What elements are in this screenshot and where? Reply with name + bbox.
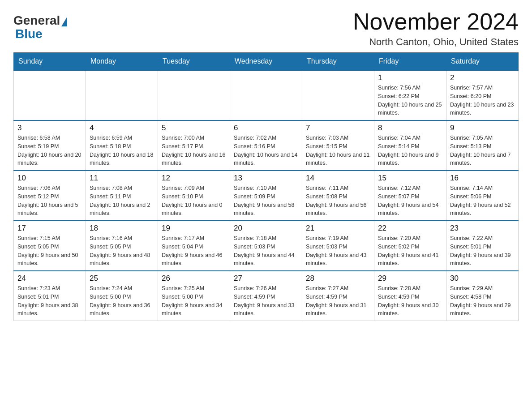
calendar-cell: 12Sunrise: 7:09 AMSunset: 5:10 PMDayligh… xyxy=(158,171,230,221)
day-number: 24 xyxy=(17,274,82,283)
day-number: 14 xyxy=(306,174,370,183)
week-row-5: 24Sunrise: 7:23 AMSunset: 5:01 PMDayligh… xyxy=(14,271,519,321)
day-number: 17 xyxy=(17,224,82,233)
day-number: 2 xyxy=(450,73,515,82)
logo-triangle-icon xyxy=(61,17,67,26)
calendar-cell xyxy=(230,70,302,120)
day-info: Sunrise: 7:03 AMSunset: 5:15 PMDaylight:… xyxy=(306,134,370,167)
calendar-cell: 13Sunrise: 7:10 AMSunset: 5:09 PMDayligh… xyxy=(230,171,302,221)
day-info: Sunrise: 7:23 AMSunset: 5:01 PMDaylight:… xyxy=(17,284,82,318)
day-info: Sunrise: 7:05 AMSunset: 5:13 PMDaylight:… xyxy=(450,134,515,167)
day-number: 28 xyxy=(306,274,370,283)
day-info: Sunrise: 7:10 AMSunset: 5:09 PMDaylight:… xyxy=(234,184,298,218)
day-info: Sunrise: 7:14 AMSunset: 5:06 PMDaylight:… xyxy=(450,184,515,218)
day-number: 16 xyxy=(450,174,515,183)
day-number: 30 xyxy=(450,274,515,283)
day-info: Sunrise: 7:20 AMSunset: 5:02 PMDaylight:… xyxy=(378,234,442,268)
week-row-4: 17Sunrise: 7:15 AMSunset: 5:05 PMDayligh… xyxy=(14,221,519,271)
day-info: Sunrise: 7:12 AMSunset: 5:07 PMDaylight:… xyxy=(378,184,442,218)
calendar-cell: 19Sunrise: 7:17 AMSunset: 5:04 PMDayligh… xyxy=(158,221,230,271)
day-info: Sunrise: 7:08 AMSunset: 5:11 PMDaylight:… xyxy=(90,184,154,218)
day-number: 21 xyxy=(306,224,370,233)
day-number: 5 xyxy=(162,124,226,133)
logo-blue-text: Blue xyxy=(13,27,43,41)
day-info: Sunrise: 7:06 AMSunset: 5:12 PMDaylight:… xyxy=(17,184,82,218)
day-number: 4 xyxy=(90,124,154,133)
day-info: Sunrise: 7:19 AMSunset: 5:03 PMDaylight:… xyxy=(306,234,370,268)
calendar-header-row: SundayMondayTuesdayWednesdayThursdayFrid… xyxy=(14,53,519,71)
page-header: General Blue November 2024 North Canton,… xyxy=(13,9,519,48)
calendar-cell xyxy=(14,70,86,120)
day-info: Sunrise: 6:58 AMSunset: 5:19 PMDaylight:… xyxy=(17,134,82,167)
calendar-cell: 11Sunrise: 7:08 AMSunset: 5:11 PMDayligh… xyxy=(86,171,158,221)
logo: General Blue xyxy=(13,13,67,41)
calendar-cell: 9Sunrise: 7:05 AMSunset: 5:13 PMDaylight… xyxy=(446,120,519,171)
day-info: Sunrise: 7:02 AMSunset: 5:16 PMDaylight:… xyxy=(234,134,298,167)
day-number: 19 xyxy=(162,224,226,233)
day-number: 6 xyxy=(234,124,298,133)
calendar-cell: 8Sunrise: 7:04 AMSunset: 5:14 PMDaylight… xyxy=(374,120,446,171)
calendar-cell: 28Sunrise: 7:27 AMSunset: 4:59 PMDayligh… xyxy=(302,271,374,321)
calendar-cell: 23Sunrise: 7:22 AMSunset: 5:01 PMDayligh… xyxy=(446,221,519,271)
day-number: 3 xyxy=(17,124,82,133)
calendar-cell: 18Sunrise: 7:16 AMSunset: 5:05 PMDayligh… xyxy=(86,221,158,271)
calendar-cell: 20Sunrise: 7:18 AMSunset: 5:03 PMDayligh… xyxy=(230,221,302,271)
calendar-cell: 2Sunrise: 7:57 AMSunset: 6:20 PMDaylight… xyxy=(446,70,519,120)
day-info: Sunrise: 7:26 AMSunset: 4:59 PMDaylight:… xyxy=(234,284,298,318)
day-number: 27 xyxy=(234,274,298,283)
week-row-3: 10Sunrise: 7:06 AMSunset: 5:12 PMDayligh… xyxy=(14,171,519,221)
day-number: 15 xyxy=(378,174,442,183)
day-number: 1 xyxy=(378,73,442,82)
day-info: Sunrise: 7:27 AMSunset: 4:59 PMDaylight:… xyxy=(306,284,370,318)
day-info: Sunrise: 7:15 AMSunset: 5:05 PMDaylight:… xyxy=(17,234,82,268)
calendar-cell: 17Sunrise: 7:15 AMSunset: 5:05 PMDayligh… xyxy=(14,221,86,271)
calendar-cell: 26Sunrise: 7:25 AMSunset: 5:00 PMDayligh… xyxy=(158,271,230,321)
day-info: Sunrise: 7:24 AMSunset: 5:00 PMDaylight:… xyxy=(90,284,154,318)
calendar-day-header-sunday: Sunday xyxy=(14,53,86,71)
calendar-day-header-tuesday: Tuesday xyxy=(158,53,230,71)
day-number: 10 xyxy=(17,174,82,183)
day-number: 20 xyxy=(234,224,298,233)
day-info: Sunrise: 7:57 AMSunset: 6:20 PMDaylight:… xyxy=(450,84,515,117)
day-number: 13 xyxy=(234,174,298,183)
calendar-cell: 14Sunrise: 7:11 AMSunset: 5:08 PMDayligh… xyxy=(302,171,374,221)
calendar-cell: 7Sunrise: 7:03 AMSunset: 5:15 PMDaylight… xyxy=(302,120,374,171)
calendar-table: SundayMondayTuesdayWednesdayThursdayFrid… xyxy=(13,52,519,321)
day-number: 8 xyxy=(378,124,442,133)
day-number: 22 xyxy=(378,224,442,233)
day-number: 29 xyxy=(378,274,442,283)
calendar-cell: 4Sunrise: 6:59 AMSunset: 5:18 PMDaylight… xyxy=(86,120,158,171)
calendar-day-header-monday: Monday xyxy=(86,53,158,71)
day-info: Sunrise: 7:04 AMSunset: 5:14 PMDaylight:… xyxy=(378,134,442,167)
day-info: Sunrise: 7:11 AMSunset: 5:08 PMDaylight:… xyxy=(306,184,370,218)
title-section: November 2024 North Canton, Ohio, United… xyxy=(353,9,519,48)
logo-general-text: General xyxy=(13,13,60,28)
calendar-cell: 22Sunrise: 7:20 AMSunset: 5:02 PMDayligh… xyxy=(374,221,446,271)
calendar-cell: 29Sunrise: 7:28 AMSunset: 4:59 PMDayligh… xyxy=(374,271,446,321)
day-number: 7 xyxy=(306,124,370,133)
day-info: Sunrise: 7:25 AMSunset: 5:00 PMDaylight:… xyxy=(162,284,226,318)
calendar-cell: 3Sunrise: 6:58 AMSunset: 5:19 PMDaylight… xyxy=(14,120,86,171)
day-info: Sunrise: 7:16 AMSunset: 5:05 PMDaylight:… xyxy=(90,234,154,268)
week-row-2: 3Sunrise: 6:58 AMSunset: 5:19 PMDaylight… xyxy=(14,120,519,171)
calendar-cell: 1Sunrise: 7:56 AMSunset: 6:22 PMDaylight… xyxy=(374,70,446,120)
location-text: North Canton, Ohio, United States xyxy=(353,36,519,48)
day-info: Sunrise: 7:00 AMSunset: 5:17 PMDaylight:… xyxy=(162,134,226,167)
calendar-cell xyxy=(86,70,158,120)
calendar-cell: 21Sunrise: 7:19 AMSunset: 5:03 PMDayligh… xyxy=(302,221,374,271)
day-info: Sunrise: 7:29 AMSunset: 4:58 PMDaylight:… xyxy=(450,284,515,318)
week-row-1: 1Sunrise: 7:56 AMSunset: 6:22 PMDaylight… xyxy=(14,70,519,120)
calendar-day-header-wednesday: Wednesday xyxy=(230,53,302,71)
calendar-cell: 30Sunrise: 7:29 AMSunset: 4:58 PMDayligh… xyxy=(446,271,519,321)
calendar-cell xyxy=(158,70,230,120)
calendar-cell xyxy=(302,70,374,120)
day-info: Sunrise: 7:22 AMSunset: 5:01 PMDaylight:… xyxy=(450,234,515,268)
calendar-day-header-thursday: Thursday xyxy=(302,53,374,71)
calendar-cell: 25Sunrise: 7:24 AMSunset: 5:00 PMDayligh… xyxy=(86,271,158,321)
day-info: Sunrise: 7:09 AMSunset: 5:10 PMDaylight:… xyxy=(162,184,226,218)
day-number: 26 xyxy=(162,274,226,283)
day-number: 18 xyxy=(90,224,154,233)
day-info: Sunrise: 7:56 AMSunset: 6:22 PMDaylight:… xyxy=(378,84,442,117)
day-number: 9 xyxy=(450,124,515,133)
day-number: 23 xyxy=(450,224,515,233)
